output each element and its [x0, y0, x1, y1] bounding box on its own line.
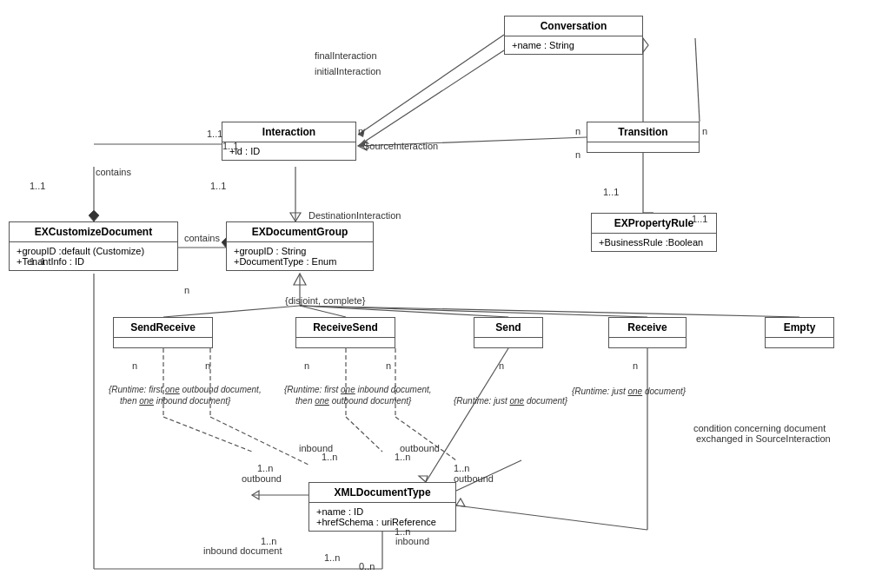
svg-line-27: [163, 417, 252, 452]
interaction-box: Interaction +id : ID: [222, 122, 356, 161]
diagram-container: Conversation +name : String Interaction …: [0, 0, 869, 588]
svg-marker-10: [290, 213, 301, 221]
label-n-d: n: [702, 126, 707, 136]
xml-document-type-body: +name : ID +hrefSchema : uriReference: [309, 503, 455, 531]
label-n-send: n: [499, 360, 504, 371]
ex-customize-document-title: EXCustomizeDocument: [10, 222, 177, 242]
xml-document-type-attr-2: +hrefSchema : uriReference: [316, 517, 448, 527]
svg-marker-38: [456, 499, 465, 506]
label-condition-2: exchanged in SourceInteraction: [696, 433, 831, 444]
svg-line-34: [426, 348, 508, 482]
label-destination-interaction: DestinationInteraction: [308, 210, 401, 221]
ex-property-rule-attr-1: +BusinessRule :Boolean: [599, 237, 709, 248]
label-runtime-send: {Runtime: just one document}: [454, 396, 567, 406]
receive-title: Receive: [609, 318, 686, 338]
label-initial-interaction: initialInteraction: [315, 66, 381, 76]
label-outbound-2: outbound: [400, 443, 440, 453]
svg-line-29: [210, 417, 308, 465]
label-11-c: 1..1: [210, 181, 226, 191]
empty-title: Empty: [766, 318, 833, 338]
svg-line-2: [358, 50, 504, 146]
label-runtime-receivesend-1: {Runtime: first one inbound document,: [284, 385, 432, 394]
interaction-attr-1: +id : ID: [229, 146, 348, 156]
send-receive-box: SendReceive: [113, 317, 213, 348]
label-n-c: n: [575, 149, 580, 160]
label-runtime-sendreceive-1: {Runtime: first one outbound document,: [109, 385, 262, 394]
svg-marker-12: [89, 210, 99, 221]
label-n-receivesend-1: n: [304, 360, 309, 371]
label-11-a: 1..1: [207, 129, 222, 139]
label-n-b: n: [575, 126, 580, 136]
label-1n-g: 1..n: [324, 552, 340, 563]
conversation-body: +name : String: [505, 36, 642, 54]
label-11-e: 1..1: [692, 214, 707, 224]
label-n-sendreceive-2: n: [205, 360, 210, 371]
svg-line-21: [300, 306, 346, 317]
xml-document-type-box: XMLDocumentType +name : ID +hrefSchema :…: [308, 482, 456, 532]
label-1n-a: 1..n: [322, 452, 337, 462]
label-n-a: n: [358, 126, 363, 136]
label-runtime-receive: {Runtime: just one document}: [572, 386, 686, 396]
interaction-body: +id : ID: [222, 142, 355, 160]
label-contains-2: contains: [184, 233, 220, 243]
svg-line-24: [300, 306, 799, 317]
conversation-box: Conversation +name : String: [504, 16, 643, 55]
receive-box: Receive: [608, 317, 687, 348]
label-11-g: 1..1: [30, 256, 45, 267]
label-disjoint: {disjoint, complete}: [285, 295, 365, 306]
label-condition-1: condition concerning document: [693, 423, 826, 433]
label-11-b: 1..1: [222, 141, 238, 151]
label-11-d: 1..1: [603, 187, 619, 197]
label-n-e: n: [184, 285, 189, 295]
svg-marker-43: [252, 491, 259, 499]
svg-marker-35: [419, 476, 428, 482]
send-box: Send: [474, 317, 543, 348]
transition-box: Transition: [587, 122, 700, 153]
label-inbound-document: inbound document: [203, 545, 282, 556]
ex-document-group-title: EXDocumentGroup: [227, 222, 373, 242]
label-11-f: 1..1: [30, 181, 45, 191]
label-n-receive: n: [633, 360, 638, 371]
label-final-interaction: finalInteraction: [315, 50, 377, 61]
svg-line-8: [695, 38, 700, 122]
xml-document-type-title: XMLDocumentType: [309, 483, 455, 503]
svg-line-20: [163, 306, 300, 317]
label-1n-b: 1..n: [257, 463, 273, 473]
svg-line-0: [358, 35, 504, 135]
label-runtime-receivesend-2: then one outbound document}: [295, 396, 411, 406]
label-outbound-1: outbound: [242, 473, 282, 484]
ex-customize-attr-1: +groupID :default (Customize): [17, 246, 170, 256]
ex-document-group-body: +groupID : String +DocumentType : Enum: [227, 242, 373, 270]
conversation-attr-1: +name : String: [512, 40, 635, 50]
label-n-receivesend-2: n: [386, 360, 391, 371]
svg-marker-25: [294, 274, 306, 285]
ex-property-rule-body: +BusinessRule :Boolean: [592, 234, 716, 251]
send-receive-title: SendReceive: [114, 318, 212, 338]
transition-title: Transition: [587, 122, 699, 142]
label-contains-1: contains: [96, 167, 131, 177]
empty-box: Empty: [765, 317, 834, 348]
label-1n-d: 1..n: [454, 463, 469, 473]
svg-line-37: [456, 505, 647, 530]
label-runtime-sendreceive-2: then one inbound document}: [120, 396, 230, 406]
ex-document-group-box: EXDocumentGroup +groupID : String +Docum…: [226, 221, 374, 271]
conversation-title: Conversation: [505, 17, 642, 36]
send-title: Send: [474, 318, 542, 338]
label-source-interaction: SourceInteraction: [363, 141, 438, 151]
label-outbound-3: outbound: [454, 473, 494, 484]
label-inbound-2: inbound: [395, 536, 429, 546]
label-0n: 0..n: [359, 561, 375, 571]
ex-document-group-attr-2: +DocumentType : Enum: [234, 256, 366, 267]
receive-send-box: ReceiveSend: [295, 317, 395, 348]
xml-document-type-attr-1: +name : ID: [316, 506, 448, 517]
ex-document-group-attr-1: +groupID : String: [234, 246, 366, 256]
svg-line-22: [300, 306, 508, 317]
interaction-title: Interaction: [222, 122, 355, 142]
svg-line-31: [346, 417, 382, 452]
label-n-sendreceive-1: n: [132, 360, 137, 371]
receive-send-title: ReceiveSend: [296, 318, 395, 338]
svg-line-23: [300, 306, 647, 317]
